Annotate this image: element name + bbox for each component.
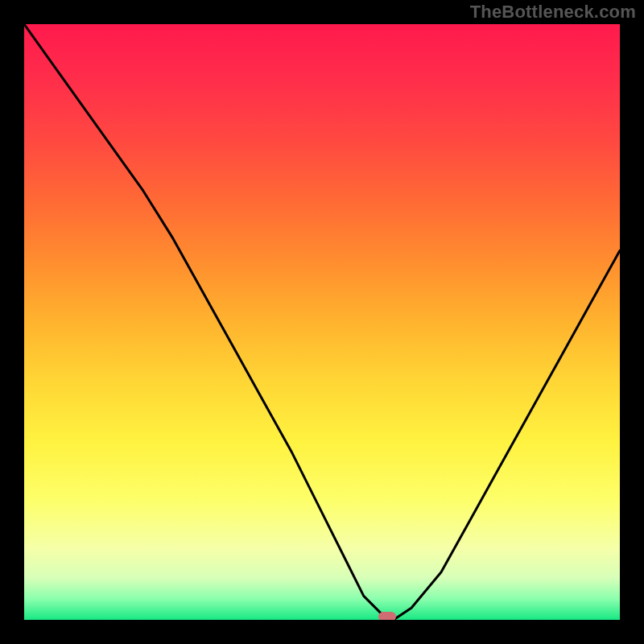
watermark-text: TheBottleneck.com (470, 2, 636, 23)
plot-area (24, 24, 620, 620)
chart-frame: TheBottleneck.com (0, 0, 644, 644)
optimal-point-marker (378, 612, 396, 620)
chart-svg (24, 24, 620, 620)
gradient-background (24, 24, 620, 620)
